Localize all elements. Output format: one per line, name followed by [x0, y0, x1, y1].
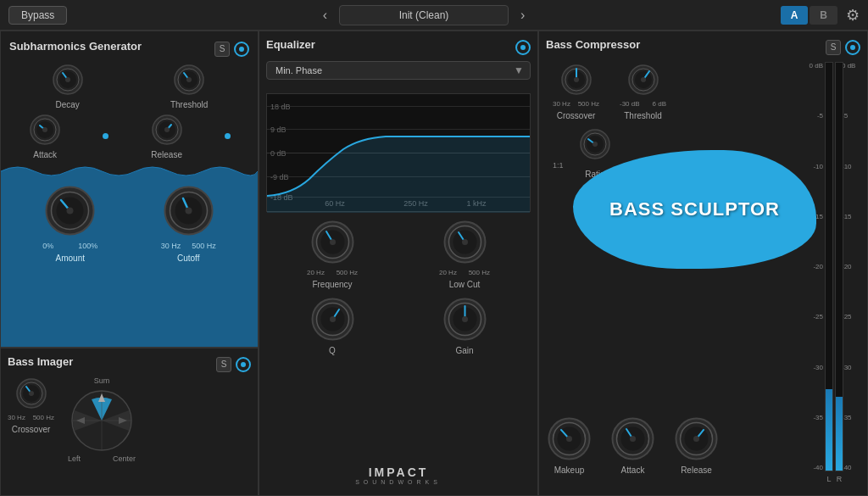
- vu-scale-35: -35: [799, 414, 823, 421]
- eq-q-knob-group: Q: [309, 296, 356, 355]
- subharmonics-s-button[interactable]: S: [214, 42, 230, 57]
- attack-knob-group: Attack: [28, 113, 62, 159]
- threshold-knob[interactable]: [172, 63, 206, 97]
- bass-imager-s-button[interactable]: S: [216, 357, 231, 372]
- eq-lowcut-knob[interactable]: [442, 219, 488, 265]
- comp-attack-knob-group: Attack: [609, 415, 656, 475]
- comp-crossover-knob-group: 30 Hz 500 Hz Crossover: [553, 63, 599, 120]
- eq-mode-dropdown[interactable]: Min. Phase: [266, 61, 531, 80]
- comp-release-knob[interactable]: [673, 415, 720, 462]
- imager-crossover-max-label: 500 Hz: [33, 414, 54, 421]
- decay-knob-group: Decay: [51, 63, 85, 109]
- amount-knob[interactable]: [42, 183, 97, 238]
- imager-crossover-min-label: 30 Hz: [8, 414, 25, 421]
- cutoff-knob[interactable]: [161, 183, 216, 238]
- threshold-label: Threshold: [170, 100, 208, 109]
- attack-knob[interactable]: [28, 113, 62, 147]
- comp-attack-label: Attack: [621, 465, 645, 475]
- eq-lowcut-min-label: 20 Hz: [439, 269, 457, 276]
- eq-frequency-knob-group: 20 Hz 500 Hz Frequency: [307, 219, 358, 289]
- eq-freq-max-label: 500 Hz: [337, 269, 358, 276]
- svg-point-45: [330, 239, 336, 245]
- vu-fill-left: [826, 389, 832, 471]
- vu-scale-r-30: -30: [842, 364, 865, 371]
- ab-a-button[interactable]: A: [781, 6, 809, 25]
- bass-imager-power-button[interactable]: [236, 357, 251, 372]
- svg-point-70: [641, 77, 646, 82]
- eq-q-knob[interactable]: [309, 296, 356, 343]
- eq-gain-knob[interactable]: [442, 296, 488, 343]
- vu-scale-30: -30: [799, 364, 823, 371]
- subharmonics-power-button[interactable]: [234, 42, 249, 57]
- ratio-knob[interactable]: [578, 127, 612, 161]
- main-content: Subharmonics Generator S Decay: [0, 31, 868, 496]
- svg-point-4: [65, 77, 70, 82]
- prev-preset-button[interactable]: ‹: [318, 8, 332, 23]
- center-label: Center: [113, 454, 136, 463]
- ab-b-button[interactable]: B: [810, 6, 837, 25]
- compressor-bottom-knobs: Makeup Attack: [546, 415, 720, 475]
- accent-dot-left: [103, 133, 108, 139]
- comp-threshold-knob-group: -30 dB 6 dB Threshold: [620, 63, 666, 120]
- svg-point-14: [42, 127, 47, 132]
- top-bar: Bypass ‹ Init (Clean) › A B ⚙: [0, 0, 868, 31]
- comp-threshold-max-label: 6 dB: [653, 100, 666, 108]
- eq-frequency-knob[interactable]: [309, 219, 356, 265]
- comp-crossover-knob[interactable]: [559, 63, 593, 97]
- decay-knob[interactable]: [51, 63, 85, 97]
- subharmonics-panel: Subharmonics Generator S Decay: [0, 31, 259, 348]
- comp-threshold-knob[interactable]: [626, 63, 660, 97]
- sub-upper-knobs: Decay Threshold: [8, 63, 251, 109]
- bypass-button[interactable]: Bypass: [8, 6, 67, 25]
- eq-gain-label: Gain: [455, 346, 473, 355]
- panner-widget[interactable]: [68, 387, 136, 454]
- release-knob[interactable]: [150, 113, 184, 147]
- makeup-knob[interactable]: [546, 415, 593, 462]
- next-preset-button[interactable]: ›: [515, 8, 530, 23]
- amount-knob-group: 0% 100% Amount: [42, 183, 97, 263]
- vu-left-label: L: [825, 475, 833, 483]
- svg-point-50: [462, 239, 468, 245]
- eq-graph: 18 dB 9 dB 0 dB -9 dB -18 dB 60 Hz 250 H…: [266, 93, 531, 212]
- preset-navigation: ‹ Init (Clean) ›: [318, 5, 531, 25]
- imager-crossover-knob-group: 30 Hz 500 Hz Crossover: [8, 376, 54, 434]
- comp-crossover-max-label: 500 Hz: [578, 100, 599, 108]
- equalizer-panel: Equalizer Min. Phase ▼ 18 dB 9 dB 0 dB -…: [259, 31, 538, 496]
- accent-dot-right: [225, 133, 231, 139]
- sum-label: Sum: [94, 376, 110, 385]
- svg-point-34: [29, 391, 34, 396]
- eq-lowcut-label: Low Cut: [449, 280, 481, 289]
- comp-attack-knob[interactable]: [609, 415, 656, 462]
- vu-meter-right: [835, 62, 843, 471]
- vu-scale-left: 0 dB -5 -10 -15 -20 -25 -30 -35 -40: [799, 62, 823, 471]
- attack-label: Attack: [33, 150, 57, 159]
- vu-scale-r-20: -20: [842, 263, 865, 270]
- release-label: Release: [151, 150, 182, 159]
- amount-min-label: 0%: [42, 242, 53, 250]
- imager-crossover-knob[interactable]: [14, 376, 48, 410]
- svg-point-80: [566, 436, 572, 442]
- threshold-knob-group: Threshold: [170, 63, 208, 109]
- eq-q-label: Q: [329, 346, 336, 355]
- vu-scale-r-15: -15: [842, 213, 865, 220]
- left-column: Subharmonics Generator S Decay: [0, 31, 259, 496]
- compressor-s-button[interactable]: S: [826, 40, 841, 55]
- comp-crossover-min-label: 30 Hz: [553, 100, 570, 108]
- eq-lowcut-max-label: 500 Hz: [469, 269, 490, 276]
- release-knob-group: Release: [150, 113, 184, 159]
- equalizer-title: Equalizer: [266, 38, 315, 51]
- settings-button[interactable]: ⚙: [846, 6, 860, 25]
- ab-group: A B ⚙: [781, 6, 860, 25]
- equalizer-power-button[interactable]: [515, 40, 531, 55]
- compressor-power-button[interactable]: [845, 40, 860, 55]
- svg-point-24: [67, 208, 74, 215]
- vu-scale-r-10: -10: [842, 163, 865, 170]
- vu-scale-right: 0 dB -5 -10 -15 -20 -25 -30 -35 -40: [842, 62, 865, 471]
- wave-divider: [1, 163, 258, 180]
- left-label: Left: [68, 454, 81, 463]
- bass-sculptor-text: BASS SCULPTOR: [609, 198, 780, 220]
- eq-freq-min-label: 20 Hz: [307, 269, 325, 276]
- comp-crossover-label: Crossover: [557, 111, 596, 120]
- vu-scale-40: -40: [799, 464, 823, 471]
- comp-release-knob-group: Release: [673, 415, 720, 475]
